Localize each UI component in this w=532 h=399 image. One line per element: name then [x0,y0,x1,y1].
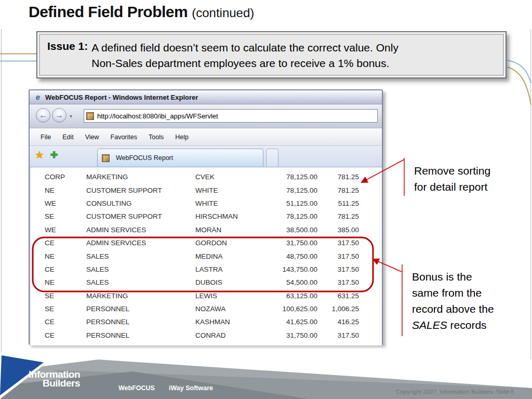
cell: 51,125.00 [263,200,317,207]
cell: 385.00 [317,226,359,234]
address-url: http://localhost:8080/ibi_apps/WFServlet [97,112,218,120]
cell: 54,500.00 [263,278,317,286]
cell: CORP [45,173,86,181]
note2-line3: record above the [412,301,494,317]
cell: NOZAWA [195,305,263,313]
cell: CUSTOMER SUPPORT [86,187,195,194]
cell: SE [45,292,86,300]
browser-menubar: File Edit View Favorites Tools Help [30,128,382,146]
cell: 781.25 [317,212,359,220]
webfocus-favicon [86,112,94,120]
cell: SALES [86,252,195,260]
blue-accent-curve [507,60,531,83]
footer: Information Builders WebFOCUS iWay Softw… [0,347,532,399]
cell: CONRAD [195,331,263,339]
cell: WHITE [195,187,263,194]
cell: WE [45,226,86,234]
note2-line1: Bonus is the [412,269,494,285]
page-title: Defined Field Problem(continued) [29,3,254,21]
browser-titlebar[interactable]: e WebFOCUS Report - Windows Internet Exp… [30,90,382,104]
cell: PERSONNEL [86,318,195,326]
cell: 41,625.00 [263,318,317,326]
cell: 38,500.00 [263,226,317,234]
cell: 48,750.00 [263,252,317,260]
page-title-suffix: (continued) [192,6,254,20]
cell: GORDON [195,239,263,247]
cell: SALES [86,265,195,273]
olive-accent-curve [507,67,531,105]
brand-webfocus: WebFOCUS [118,384,155,392]
back-button[interactable]: ← [36,108,50,123]
cell: NE [45,278,86,286]
favorites-star-icon[interactable]: ★ [35,149,44,161]
cell: PERSONNEL [86,305,195,313]
tab-webfocus-report[interactable]: WebFOCUS Report [97,149,263,167]
note2-sales-italic: SALES [412,319,447,331]
issue-text-line1: A defined field doesn’t seem to calculat… [91,40,398,56]
information-builders-logo: Information Builders [27,370,80,388]
cell: CE [45,331,86,339]
menu-item-help[interactable]: Help [169,131,194,143]
issue-text: A defined field doesn’t seem to calculat… [91,40,398,71]
issue-text-line2: Non-Sales department employees are to re… [91,56,398,71]
cell: 317.50 [317,278,359,286]
note2-line4: SALES records [412,317,494,333]
cell: NE [45,252,86,260]
page-title-main: Defined Field Problem [29,3,188,20]
cell: CVEK [195,173,263,181]
new-tab-stub[interactable] [266,149,278,167]
cell: 631.25 [317,292,359,300]
cell: CE [45,239,86,247]
window-title: WebFOCUS Report - Windows Internet Explo… [45,94,198,101]
cell: 100,625.00 [263,305,317,313]
cell: KASHMAN [195,318,263,326]
note-bonus-same: Bonus is the same from the record above … [412,269,494,333]
copyright-text: Copyright 2007, Information Builders. Sl… [396,389,514,395]
cell: 416.25 [317,318,359,326]
cell: 78,125.00 [263,212,317,220]
report-content: CORPMARKETINGCVEK78,125.00781.25 NECUSTO… [30,167,382,345]
menu-item-file[interactable]: File [35,131,57,143]
forward-button[interactable]: → [52,108,66,123]
brand-iway-software: iWay Software [169,384,213,392]
browser-tabbar: ★ ✚ WebFOCUS Report [30,146,382,167]
menu-item-edit[interactable]: Edit [57,131,79,143]
cell: WHITE [195,200,263,207]
cell: CE [45,318,86,326]
cell: WE [45,200,86,207]
cell: PERSONNEL [86,331,195,339]
cell: 143,750.00 [263,265,317,273]
cell: 78,125.00 [263,187,317,194]
cell: MARKETING [86,173,195,181]
add-favorite-icon[interactable]: ✚ [50,150,58,161]
issue-callout-box: Issue 1: A defined field doesn’t seem to… [36,31,507,78]
cell: CUSTOMER SUPPORT [86,212,195,220]
cell: NE [45,187,86,194]
cell: 31,750.00 [263,331,317,339]
cell: 317.50 [317,265,359,273]
cell: 781.25 [317,187,359,194]
cell: 317.50 [317,331,359,339]
note2-line4-rest: records [447,319,487,331]
cell: ADMIN SERVICES [86,226,195,234]
cell: 781.25 [317,173,359,181]
note-remove-sorting: Remove sorting for detail report [414,163,490,195]
cell: SALES [86,278,195,286]
tab-favicon [102,154,110,162]
cell: 31,750.00 [263,239,317,247]
internet-explorer-icon: e [34,93,42,101]
cell: SE [45,305,86,313]
report-table: CORPMARKETINGCVEK78,125.00781.25 NECUSTO… [30,167,382,342]
menu-item-tools[interactable]: Tools [143,131,169,143]
cell: DUBOIS [195,278,263,286]
cell: 63,125.00 [263,292,317,300]
menu-item-favorites[interactable]: Favorites [105,131,143,143]
browser-navbar: ← → ▾ http://localhost:8080/ibi_apps/WFS… [30,104,382,128]
cell: LEWIS [195,292,263,300]
address-bar[interactable]: http://localhost:8080/ibi_apps/WFServlet [84,109,378,123]
cell: MEDINA [195,252,263,260]
history-dropdown-icon[interactable]: ▾ [70,113,72,119]
cell: 511.25 [317,200,359,207]
cell: HIRSCHMAN [195,212,263,220]
menu-item-view[interactable]: View [79,131,105,143]
